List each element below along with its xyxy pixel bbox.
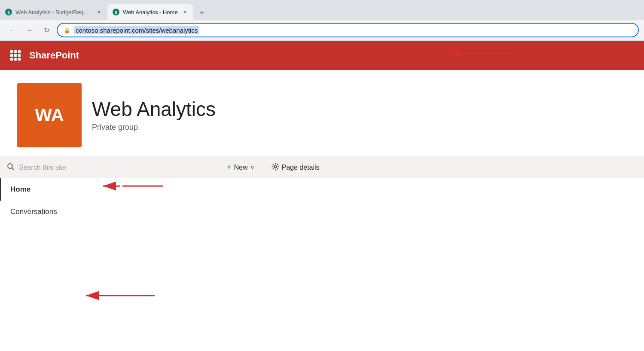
new-tab-button[interactable]: + [195,6,209,20]
tab-home[interactable]: S Web Analytics - Home ✕ [107,4,193,20]
waffle-dot [10,54,13,57]
svg-text:S: S [115,10,117,15]
waffle-dot [14,50,17,53]
search-area[interactable]: Search this site [0,156,213,178]
lock-icon: 🔒 [64,27,70,34]
gear-icon [272,163,279,172]
forward-button[interactable]: → [22,23,36,37]
waffle-dot [10,58,13,61]
site-header: WA Web Analytics Private group [0,70,644,156]
tab-title-2: Web Analytics - Home [123,9,178,15]
toolbar-row: Search this site + New ∨ Page details [0,156,644,178]
new-button-label: New [234,164,248,171]
waffle-dot [14,54,17,57]
site-logo: WA [17,83,82,147]
svg-text:S: S [7,10,10,15]
svg-line-5 [12,168,14,170]
site-info: Web Analytics Private group [92,98,216,132]
main-content [213,178,644,351]
site-name: Web Analytics [92,98,216,120]
sharepoint-logo-text: SharePoint [29,50,79,61]
search-placeholder: Search this site [19,164,66,171]
nav-item-conversations-label: Conversations [10,208,57,216]
page-details-button[interactable]: Page details [268,160,323,175]
waffle-dot [14,58,17,61]
address-bar[interactable]: 🔒 contoso.sharepoint.com/sites/webanalyt… [57,23,639,37]
nav-item-conversations[interactable]: Conversations [0,201,213,223]
sharepoint-header: SharePoint [0,41,644,70]
tab-budget-requests[interactable]: S Web Analytics - BudgetRequests ✕ [0,4,107,20]
refresh-button[interactable]: ↻ [40,23,53,37]
waffle-dot [18,50,21,53]
address-bar-row: ← → ↻ 🔒 contoso.sharepoint.com/sites/web… [0,20,644,40]
tab-bar: S Web Analytics - BudgetRequests ✕ S Web… [0,0,644,20]
tab-close-2[interactable]: ✕ [181,9,188,15]
plus-icon: + [227,163,232,172]
nav-item-home[interactable]: Home [0,178,213,201]
tab-favicon-2: S [113,9,119,15]
site-type: Private group [92,123,216,132]
waffle-dot [18,54,21,57]
tab-favicon-1: S [5,9,12,15]
tab-title-1: Web Analytics - BudgetRequests [15,9,92,15]
waffle-menu[interactable] [10,50,21,61]
page-details-label: Page details [282,164,320,171]
chevron-down-icon: ∨ [250,165,254,171]
content-area: Home Conversations [0,178,644,351]
left-nav: Home Conversations [0,178,213,351]
back-button[interactable]: ← [5,23,19,37]
waffle-dot [18,58,21,61]
svg-point-6 [274,165,276,168]
toolbar-actions: + New ∨ Page details [213,160,644,175]
toolbar: Search this site + New ∨ Page details [0,156,644,178]
waffle-dot [10,50,13,53]
url-text: contoso.sharepoint.com/sites/webanalytic… [74,26,199,34]
nav-item-home-label: Home [10,185,31,194]
tab-close-1[interactable]: ✕ [95,9,102,15]
search-icon [7,163,15,172]
new-button[interactable]: + New ∨ [223,160,258,174]
